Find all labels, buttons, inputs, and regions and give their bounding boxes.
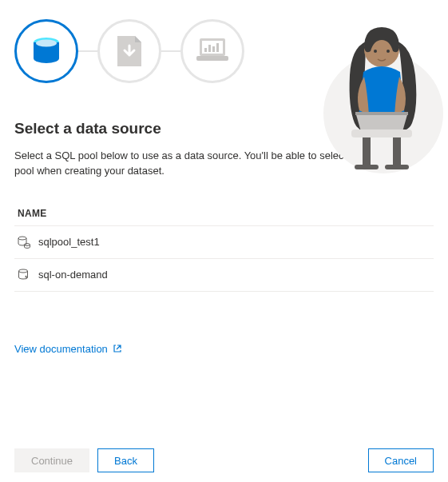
download-file-icon — [114, 34, 145, 68]
svg-rect-15 — [393, 134, 401, 166]
step-connector — [161, 50, 180, 52]
svg-rect-7 — [208, 45, 211, 52]
table-row[interactable]: sql-on-demand — [14, 259, 434, 292]
svg-rect-4 — [196, 56, 228, 61]
svg-rect-16 — [355, 165, 379, 169]
cancel-button[interactable]: Cancel — [368, 448, 434, 472]
svg-rect-6 — [204, 48, 207, 52]
svg-point-12 — [374, 50, 377, 53]
svg-point-21 — [19, 269, 28, 273]
svg-point-20 — [25, 243, 30, 245]
svg-rect-8 — [212, 46, 215, 52]
step-visualize — [180, 19, 244, 83]
step-download — [97, 19, 161, 83]
pool-name: sql-on-demand — [38, 269, 108, 281]
svg-rect-9 — [216, 43, 219, 52]
sql-pool-icon — [18, 236, 30, 249]
button-footer: Continue Back Cancel — [14, 448, 434, 472]
continue-button[interactable]: Continue — [14, 448, 89, 472]
step-connector — [78, 50, 97, 52]
view-documentation-link[interactable]: View documentation — [14, 343, 122, 355]
svg-rect-14 — [363, 134, 371, 166]
sql-serverless-icon — [18, 269, 30, 281]
database-icon — [29, 34, 64, 69]
svg-rect-17 — [385, 165, 409, 169]
pool-name: sqlpool_test1 — [38, 236, 100, 248]
illustration-person-laptop — [319, 10, 443, 180]
svg-rect-18 — [351, 129, 412, 137]
column-header-name: NAME — [14, 201, 434, 226]
external-link-icon — [113, 344, 122, 353]
laptop-chart-icon — [193, 37, 232, 66]
table-row[interactable]: sqlpool_test1 — [14, 226, 434, 259]
svg-point-2 — [36, 40, 57, 47]
view-documentation-label: View documentation — [14, 343, 108, 355]
step-data-source — [14, 19, 78, 83]
back-button[interactable]: Back — [97, 448, 154, 472]
svg-point-19 — [18, 237, 26, 240]
svg-point-13 — [387, 50, 390, 53]
